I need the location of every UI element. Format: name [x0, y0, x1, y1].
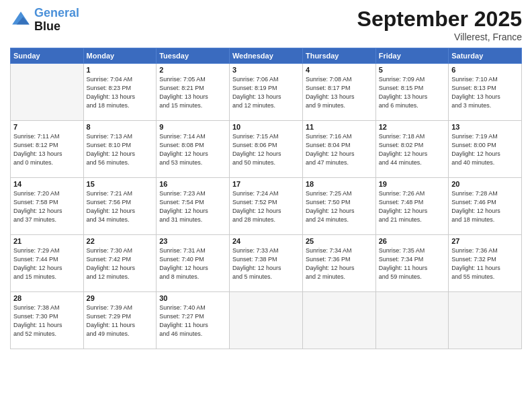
col-monday: Monday [83, 48, 157, 64]
calendar-header-row: Sunday Monday Tuesday Wednesday Thursday… [11, 48, 522, 64]
table-row: 17Sunrise: 7:24 AM Sunset: 7:52 PM Dayli… [229, 178, 302, 235]
logo-text: General Blue [34, 7, 79, 34]
table-row: 3Sunrise: 7:06 AM Sunset: 8:19 PM Daylig… [229, 64, 302, 121]
day-number: 16 [159, 180, 226, 188]
day-info: Sunrise: 7:31 AM Sunset: 7:40 PM Dayligh… [159, 246, 226, 281]
day-info: Sunrise: 7:26 AM Sunset: 7:48 PM Dayligh… [379, 189, 445, 224]
table-row: 23Sunrise: 7:31 AM Sunset: 7:40 PM Dayli… [157, 235, 230, 292]
day-info: Sunrise: 7:36 AM Sunset: 7:32 PM Dayligh… [451, 246, 519, 281]
day-info: Sunrise: 7:23 AM Sunset: 7:54 PM Dayligh… [159, 189, 226, 224]
day-info: Sunrise: 7:04 AM Sunset: 8:23 PM Dayligh… [87, 75, 154, 110]
col-sunday: Sunday [11, 48, 84, 64]
table-row [375, 292, 448, 349]
title-block: September 2025 Villerest, France [357, 7, 522, 42]
day-info: Sunrise: 7:34 AM Sunset: 7:36 PM Dayligh… [306, 246, 373, 281]
day-info: Sunrise: 7:16 AM Sunset: 8:04 PM Dayligh… [306, 132, 373, 167]
table-row: 28Sunrise: 7:38 AM Sunset: 7:30 PM Dayli… [11, 292, 84, 349]
day-info: Sunrise: 7:40 AM Sunset: 7:27 PM Dayligh… [159, 304, 226, 338]
table-row: 16Sunrise: 7:23 AM Sunset: 7:54 PM Dayli… [157, 178, 230, 235]
table-row: 1Sunrise: 7:04 AM Sunset: 8:23 PM Daylig… [83, 64, 157, 121]
day-info: Sunrise: 7:21 AM Sunset: 7:56 PM Dayligh… [87, 189, 154, 224]
day-number: 21 [13, 237, 81, 245]
day-number: 18 [306, 180, 373, 188]
calendar-week-row: 21Sunrise: 7:29 AM Sunset: 7:44 PM Dayli… [11, 235, 522, 292]
col-tuesday: Tuesday [157, 48, 230, 64]
table-row: 11Sunrise: 7:16 AM Sunset: 8:04 PM Dayli… [302, 121, 375, 178]
table-row [11, 64, 84, 121]
day-number: 25 [306, 237, 373, 245]
day-info: Sunrise: 7:38 AM Sunset: 7:30 PM Dayligh… [13, 304, 81, 338]
day-info: Sunrise: 7:20 AM Sunset: 7:58 PM Dayligh… [13, 189, 81, 224]
table-row: 22Sunrise: 7:30 AM Sunset: 7:42 PM Dayli… [83, 235, 157, 292]
logo: General Blue [10, 7, 79, 34]
day-info: Sunrise: 7:19 AM Sunset: 8:00 PM Dayligh… [451, 132, 519, 167]
day-number: 5 [379, 66, 445, 74]
table-row: 25Sunrise: 7:34 AM Sunset: 7:36 PM Dayli… [302, 235, 375, 292]
table-row: 15Sunrise: 7:21 AM Sunset: 7:56 PM Dayli… [83, 178, 157, 235]
day-info: Sunrise: 7:28 AM Sunset: 7:46 PM Dayligh… [451, 189, 519, 224]
table-row: 21Sunrise: 7:29 AM Sunset: 7:44 PM Dayli… [11, 235, 84, 292]
day-info: Sunrise: 7:11 AM Sunset: 8:12 PM Dayligh… [13, 132, 81, 167]
calendar-week-row: 7Sunrise: 7:11 AM Sunset: 8:12 PM Daylig… [11, 121, 522, 178]
day-number: 3 [232, 66, 300, 74]
day-number: 10 [232, 123, 300, 131]
table-row: 9Sunrise: 7:14 AM Sunset: 8:08 PM Daylig… [157, 121, 230, 178]
table-row: 20Sunrise: 7:28 AM Sunset: 7:46 PM Dayli… [449, 178, 522, 235]
header: General Blue September 2025 Villerest, F… [10, 7, 522, 42]
day-info: Sunrise: 7:39 AM Sunset: 7:29 PM Dayligh… [87, 304, 154, 338]
calendar-week-row: 28Sunrise: 7:38 AM Sunset: 7:30 PM Dayli… [11, 292, 522, 349]
table-row: 27Sunrise: 7:36 AM Sunset: 7:32 PM Dayli… [449, 235, 522, 292]
day-info: Sunrise: 7:10 AM Sunset: 8:13 PM Dayligh… [451, 75, 519, 110]
day-number: 4 [306, 66, 373, 74]
day-info: Sunrise: 7:30 AM Sunset: 7:42 PM Dayligh… [87, 246, 154, 281]
day-number: 2 [159, 66, 226, 74]
table-row: 8Sunrise: 7:13 AM Sunset: 8:10 PM Daylig… [83, 121, 157, 178]
day-number: 19 [379, 180, 445, 188]
day-info: Sunrise: 7:09 AM Sunset: 8:15 PM Dayligh… [379, 75, 445, 110]
table-row: 29Sunrise: 7:39 AM Sunset: 7:29 PM Dayli… [83, 292, 157, 349]
calendar-week-row: 14Sunrise: 7:20 AM Sunset: 7:58 PM Dayli… [11, 178, 522, 235]
col-friday: Friday [375, 48, 448, 64]
day-number: 1 [87, 66, 154, 74]
day-number: 17 [232, 180, 300, 188]
day-number: 14 [13, 180, 81, 188]
day-number: 8 [87, 123, 154, 131]
table-row: 24Sunrise: 7:33 AM Sunset: 7:38 PM Dayli… [229, 235, 302, 292]
col-saturday: Saturday [449, 48, 522, 64]
day-info: Sunrise: 7:13 AM Sunset: 8:10 PM Dayligh… [87, 132, 154, 167]
table-row [302, 292, 375, 349]
day-info: Sunrise: 7:15 AM Sunset: 8:06 PM Dayligh… [232, 132, 300, 167]
logo-icon [10, 9, 32, 31]
day-number: 27 [451, 237, 519, 245]
calendar-week-row: 1Sunrise: 7:04 AM Sunset: 8:23 PM Daylig… [11, 64, 522, 121]
day-info: Sunrise: 7:18 AM Sunset: 8:02 PM Dayligh… [379, 132, 445, 167]
calendar-table: Sunday Monday Tuesday Wednesday Thursday… [10, 48, 522, 349]
table-row: 4Sunrise: 7:08 AM Sunset: 8:17 PM Daylig… [302, 64, 375, 121]
day-info: Sunrise: 7:29 AM Sunset: 7:44 PM Dayligh… [13, 246, 81, 281]
day-number: 15 [87, 180, 154, 188]
table-row: 10Sunrise: 7:15 AM Sunset: 8:06 PM Dayli… [229, 121, 302, 178]
day-info: Sunrise: 7:33 AM Sunset: 7:38 PM Dayligh… [232, 246, 300, 281]
table-row: 18Sunrise: 7:25 AM Sunset: 7:50 PM Dayli… [302, 178, 375, 235]
day-number: 28 [13, 294, 81, 302]
table-row: 12Sunrise: 7:18 AM Sunset: 8:02 PM Dayli… [375, 121, 448, 178]
day-number: 26 [379, 237, 445, 245]
day-info: Sunrise: 7:35 AM Sunset: 7:34 PM Dayligh… [379, 246, 445, 281]
table-row: 19Sunrise: 7:26 AM Sunset: 7:48 PM Dayli… [375, 178, 448, 235]
day-number: 9 [159, 123, 226, 131]
day-number: 29 [87, 294, 154, 302]
day-info: Sunrise: 7:24 AM Sunset: 7:52 PM Dayligh… [232, 189, 300, 224]
day-number: 12 [379, 123, 445, 131]
day-info: Sunrise: 7:25 AM Sunset: 7:50 PM Dayligh… [306, 189, 373, 224]
day-number: 30 [159, 294, 226, 302]
col-thursday: Thursday [302, 48, 375, 64]
day-info: Sunrise: 7:08 AM Sunset: 8:17 PM Dayligh… [306, 75, 373, 110]
table-row: 5Sunrise: 7:09 AM Sunset: 8:15 PM Daylig… [375, 64, 448, 121]
day-number: 13 [451, 123, 519, 131]
col-wednesday: Wednesday [229, 48, 302, 64]
table-row: 13Sunrise: 7:19 AM Sunset: 8:00 PM Dayli… [449, 121, 522, 178]
day-number: 6 [451, 66, 519, 74]
day-number: 24 [232, 237, 300, 245]
table-row: 2Sunrise: 7:05 AM Sunset: 8:21 PM Daylig… [157, 64, 230, 121]
day-number: 20 [451, 180, 519, 188]
